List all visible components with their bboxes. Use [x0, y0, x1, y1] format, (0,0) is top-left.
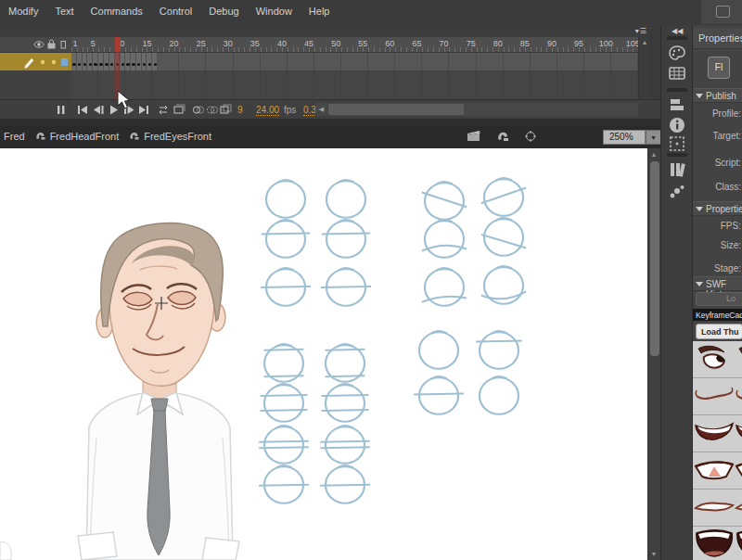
panel-menu-icon[interactable]: ▾☰: [635, 27, 647, 35]
menu-debug[interactable]: Debug: [200, 0, 247, 17]
eye-sketch[interactable]: [259, 426, 309, 464]
visibility-eye-icon[interactable]: [34, 42, 44, 47]
menu-commands[interactable]: Commands: [83, 0, 151, 17]
menu-window[interactable]: Window: [248, 0, 301, 17]
transform-icon[interactable]: [668, 134, 686, 153]
history-log-button[interactable]: Lo: [696, 292, 742, 306]
zoom-level-input[interactable]: 250%: [603, 130, 646, 145]
keyframe-dot-7: [105, 63, 108, 66]
info-icon[interactable]: [668, 116, 686, 134]
eye-sketch[interactable]: [481, 178, 526, 216]
eye-sketch[interactable]: [422, 182, 467, 220]
step-back-button[interactable]: [94, 106, 104, 114]
eye-sketch[interactable]: [326, 180, 365, 218]
color-palette-icon[interactable]: [668, 44, 686, 62]
eye-sketch[interactable]: [322, 384, 369, 422]
timeline-horizontal-scrollbar[interactable]: [328, 103, 638, 116]
go-to-first-frame-button[interactable]: [78, 106, 87, 114]
breadcrumb-item-FredHeadFront[interactable]: FredHeadFront: [50, 126, 120, 142]
eye-sketch[interactable]: [321, 268, 371, 306]
section-publish[interactable]: Publish: [693, 88, 742, 103]
onion-skin-icon[interactable]: [193, 107, 203, 113]
eye-sketch[interactable]: [326, 344, 365, 382]
eye-sketch[interactable]: [481, 218, 526, 256]
section-properties[interactable]: Properties: [693, 201, 742, 216]
stage-vertical-scrollbar[interactable]: ▲ ▼: [647, 148, 661, 560]
edit-symbols-icon[interactable]: [495, 130, 510, 143]
layer-outline-color-chip[interactable]: [61, 58, 68, 66]
eye-sketch[interactable]: [261, 384, 308, 422]
go-to-last-frame-button[interactable]: [139, 106, 148, 114]
character-fred[interactable]: [0, 223, 239, 560]
mouth-thumbnail-open-smile[interactable]: [693, 417, 742, 452]
eye-sketch[interactable]: [322, 220, 371, 258]
collapse-panels-icon[interactable]: ◀◀: [672, 27, 683, 35]
ruler-label-100: 100: [599, 39, 613, 48]
tab-properties[interactable]: Properties: [693, 28, 742, 49]
stage-scroll-thumb[interactable]: [650, 161, 659, 356]
mouth-thumbnail-teeth-grin[interactable]: [693, 454, 742, 490]
center-stage-icon[interactable]: [523, 130, 538, 143]
field-class: Class:: [715, 182, 741, 192]
onion-skin-outlines-icon[interactable]: [207, 107, 217, 113]
load-thumbnails-button[interactable]: Load Thu: [696, 324, 742, 339]
edit-multiple-frames-icon[interactable]: [221, 105, 231, 113]
menu-control[interactable]: Control: [151, 0, 200, 17]
motion-editor-icon[interactable]: [668, 183, 686, 201]
library-icon[interactable]: [668, 160, 686, 179]
menu-modify[interactable]: Modify: [0, 0, 46, 17]
eye-sketch[interactable]: [266, 180, 305, 218]
playhead-marker[interactable]: [115, 37, 122, 52]
eye-sketch[interactable]: [259, 465, 309, 503]
keyframe-caddy-title[interactable]: KeyframeCadd: [693, 309, 742, 321]
eye-sketch[interactable]: [422, 268, 467, 306]
eye-sketch[interactable]: [480, 376, 518, 414]
stage-scroll-up-icon[interactable]: ▲: [648, 149, 659, 159]
stage-scroll-down-icon[interactable]: ▼: [648, 549, 659, 559]
zoom-dropdown-icon[interactable]: ▼: [646, 130, 661, 145]
loop-playback-icon[interactable]: [160, 106, 167, 114]
eye-sketch[interactable]: [419, 331, 458, 369]
eye-sketch-grid[interactable]: [259, 178, 526, 503]
menu-help[interactable]: Help: [301, 0, 339, 17]
docked-panel-icon-strip: [660, 25, 693, 560]
mouth-thumbnail-flat-mouth[interactable]: [693, 491, 742, 527]
hscroll-left-icon[interactable]: ◀: [315, 103, 327, 116]
lock-icon[interactable]: [48, 40, 55, 48]
menu-text[interactable]: Text: [46, 0, 82, 17]
eye-sketch[interactable]: [264, 344, 304, 382]
loop-range-icon[interactable]: [174, 105, 185, 113]
section-swf-history[interactable]: SWF Histo: [693, 276, 742, 291]
align-icon[interactable]: [668, 95, 686, 114]
mouth-thumbnail-thin-smile[interactable]: [693, 380, 742, 415]
hscroll-thumb[interactable]: [328, 104, 464, 115]
current-frame-value[interactable]: 9: [237, 105, 243, 115]
frame-rate-value[interactable]: 24.00: [256, 105, 279, 116]
layer-unlocked-dot[interactable]: [52, 60, 56, 64]
stage-canvas[interactable]: ▲ ▼: [0, 148, 660, 560]
eye-sketch[interactable]: [262, 220, 311, 258]
frame-ruler[interactable]: 1510152025303540455055606570758085909510…: [71, 37, 638, 53]
layer-row-selected[interactable]: [0, 53, 71, 70]
eye-sketch[interactable]: [261, 268, 311, 306]
mouth-thumbnail-wide-open[interactable]: [693, 528, 742, 560]
keyframe-dot-12: [132, 63, 134, 66]
eye-sketch[interactable]: [476, 331, 521, 369]
mouth-thumbnail-eye[interactable]: [693, 343, 742, 378]
elapsed-time-value[interactable]: 0.3: [303, 105, 316, 116]
eye-sketch[interactable]: [481, 266, 526, 304]
eye-sketch[interactable]: [320, 426, 370, 464]
outline-box-icon[interactable]: [61, 42, 66, 49]
stage-artwork: [0, 148, 647, 560]
breadcrumb-item-FredEyesFront[interactable]: FredEyesFront: [144, 126, 211, 142]
center-frame-icon[interactable]: [58, 106, 64, 114]
layer-visible-dot[interactable]: [41, 60, 45, 64]
breadcrumb-item-Fred[interactable]: Fred: [4, 126, 25, 142]
swatches-icon[interactable]: [668, 64, 686, 83]
eye-sketch[interactable]: [414, 376, 464, 414]
window-controls[interactable]: [701, 0, 742, 24]
scene-icon[interactable]: [467, 130, 481, 143]
eye-sketch[interactable]: [422, 220, 467, 258]
layer-controls-header: [0, 37, 71, 53]
eye-sketch[interactable]: [320, 465, 370, 503]
